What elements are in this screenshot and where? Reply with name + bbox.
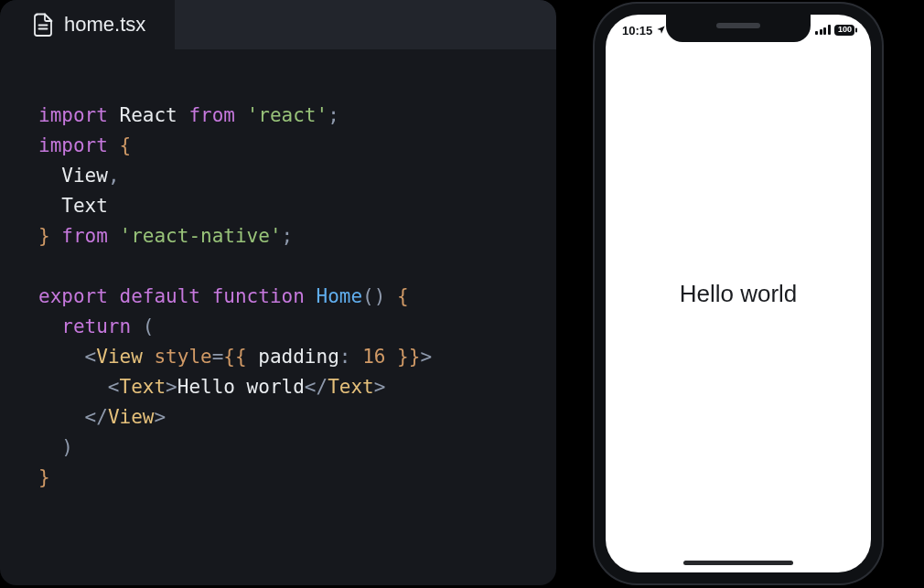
- punct: ;: [328, 104, 339, 126]
- jsx-punct: </: [305, 376, 328, 398]
- function-name: Home: [317, 285, 363, 307]
- jsx-punct: <: [85, 346, 97, 368]
- space: [247, 346, 259, 368]
- editor-tab-label: home.tsx: [64, 13, 145, 37]
- jsx-tag: Text: [328, 376, 374, 398]
- punct: ,: [108, 165, 120, 187]
- brace: }: [38, 225, 50, 247]
- keyword-export: export: [38, 285, 108, 307]
- number-literal: 16: [362, 346, 385, 368]
- phone-screen: 10:15 100 Hello world: [606, 15, 871, 572]
- hello-world-text: Hello world: [680, 280, 798, 308]
- punct: ;: [282, 225, 294, 247]
- app-content: Hello world: [606, 15, 871, 572]
- jsx-punct: >: [374, 376, 386, 398]
- keyword-return: return: [61, 315, 131, 337]
- brace: }}: [397, 346, 420, 368]
- space: [350, 346, 362, 368]
- editor-tab-bar: home.tsx: [0, 0, 556, 49]
- keyword-import: import: [38, 104, 108, 126]
- editor-tab-home[interactable]: home.tsx: [0, 0, 175, 49]
- punct: (): [362, 285, 385, 307]
- punct: (: [143, 315, 155, 337]
- jsx-punct: >: [154, 406, 166, 428]
- jsx-punct: >: [166, 376, 177, 398]
- keyword-import: import: [38, 134, 108, 156]
- jsx-tag: View: [96, 346, 143, 368]
- brace: }: [38, 466, 50, 488]
- space: [385, 285, 397, 307]
- punct: :: [339, 346, 351, 368]
- punct: =: [212, 346, 224, 368]
- jsx-tag: Text: [120, 376, 167, 398]
- code-area[interactable]: import React from 'react'; import { View…: [0, 49, 556, 493]
- phone-mock: 10:15 100 Hello world: [593, 2, 884, 585]
- jsx-attr: style: [154, 346, 211, 368]
- space: [385, 346, 397, 368]
- keyword-from: from: [61, 225, 108, 247]
- jsx-tag: View: [108, 406, 155, 428]
- brace: {: [120, 134, 132, 156]
- string-literal: 'react': [247, 104, 328, 126]
- string-literal: 'react-native': [120, 225, 282, 247]
- jsx-text: Hello world: [177, 376, 305, 398]
- brace: {: [397, 285, 409, 307]
- keyword-from: from: [188, 104, 235, 126]
- identifier: Text: [61, 195, 108, 217]
- jsx-punct: <: [108, 376, 120, 398]
- identifier: View: [61, 165, 108, 187]
- editor-tab-strip: [175, 0, 556, 49]
- jsx-punct: >: [420, 346, 432, 368]
- brace: {{: [223, 346, 246, 368]
- punct: ): [61, 436, 73, 458]
- space: [143, 346, 155, 368]
- prop-name: padding: [258, 346, 339, 368]
- code-editor-pane: home.tsx import React from 'react'; impo…: [0, 0, 556, 585]
- keyword-default: default: [120, 285, 201, 307]
- file-icon: [33, 13, 53, 37]
- identifier: React: [120, 104, 177, 126]
- keyword-function: function: [212, 285, 305, 307]
- jsx-punct: </: [85, 406, 108, 428]
- home-indicator: [683, 561, 793, 565]
